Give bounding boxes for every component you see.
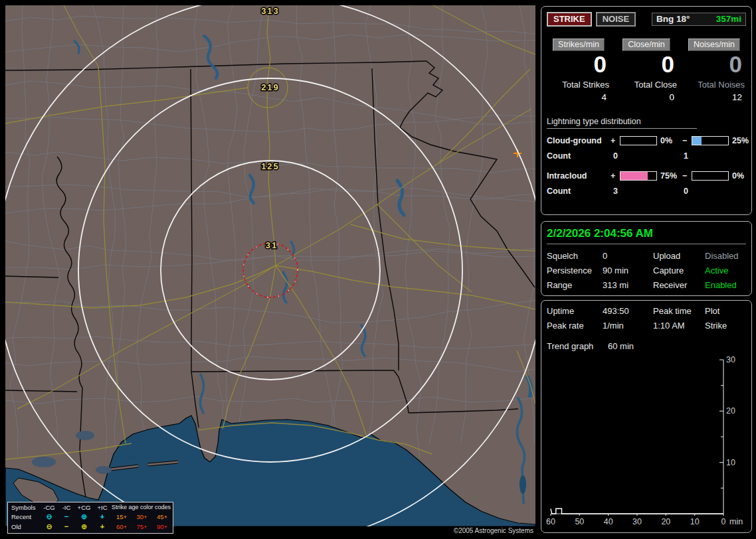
minus-sign: − <box>682 171 692 181</box>
distribution-title: Lightning type distribution <box>547 117 697 129</box>
minus-sign: − <box>682 136 692 145</box>
ic-positive-bar <box>620 171 657 181</box>
capture-value: Active <box>705 266 746 275</box>
persistence-value: 90 min <box>603 266 653 275</box>
pos-ic-old-icon: + <box>93 522 112 532</box>
legend-col-neg-cg: -CG <box>41 504 58 512</box>
cg-positive-pct: 0% <box>657 136 682 145</box>
svg-text:60: 60 <box>546 517 555 526</box>
svg-text:10: 10 <box>726 458 735 467</box>
bearing-distance: 357mi <box>716 14 741 24</box>
svg-text:0: 0 <box>721 517 726 526</box>
svg-text:30: 30 <box>726 356 735 364</box>
total-noises-value: 12 <box>682 92 746 102</box>
bearing-label: Bng 18° <box>656 14 690 24</box>
ic-positive-pct: 75% <box>657 171 682 181</box>
range-label: Range <box>547 280 603 290</box>
capture-label: Capture <box>653 266 705 275</box>
total-strikes-value: 4 <box>547 92 611 102</box>
noises-per-min-button[interactable]: Noises/min <box>688 38 740 51</box>
noise-mode-button[interactable]: NOISE <box>596 12 636 27</box>
close-counter: Close/min 0 Total Close 0 <box>614 38 678 102</box>
range-ring-label: 31 <box>266 240 278 250</box>
plus-sign: + <box>611 171 620 181</box>
svg-text:10: 10 <box>690 517 700 526</box>
neg-ic-old-icon: − <box>58 522 75 532</box>
ic-negative-bar <box>692 171 729 181</box>
intracloud-count-row: Count 3 0 <box>547 187 746 196</box>
plot-label: Plot <box>705 306 746 316</box>
range-ring-label: 313 <box>261 6 280 16</box>
counters-panel: STRIKE NOISE Bng 18° 357mi Strikes/min 0… <box>541 6 752 215</box>
cloud-ground-label: Cloud-ground <box>547 136 611 145</box>
lightning-distribution: Lightning type distribution Cloud-ground… <box>547 117 746 196</box>
legend-col-pos-cg: +CG <box>75 504 93 512</box>
total-noises-label: Total Noises <box>682 80 746 90</box>
trend-graph: 3020106050403020100min <box>541 356 753 531</box>
svg-text:30: 30 <box>632 517 642 526</box>
strikes-counter: Strikes/min 0 Total Strikes 4 <box>547 38 611 102</box>
age-code-75: 75+ <box>132 523 152 531</box>
receiver-value: Enabled <box>705 280 746 290</box>
ic-negative-pct: 0% <box>729 171 746 181</box>
cloud-ground-count-row: Count 0 1 <box>547 151 746 161</box>
status-panel: 2/2/2026 2:04:56 AM Squelch 0 Upload Dis… <box>541 221 752 296</box>
squelch-label: Squelch <box>547 251 603 261</box>
cg-negative-count: 1 <box>684 151 746 161</box>
map-svg: 313 219 125 31 <box>5 5 535 526</box>
cg-negative-pct: 25% <box>729 136 749 145</box>
peak-time-label: Peak time <box>653 306 705 316</box>
count-label: Count <box>547 187 613 196</box>
range-value: 313 mi <box>603 280 653 290</box>
range-ring-label: 125 <box>261 161 280 171</box>
neg-cg-recent-icon: ⊖ <box>41 512 58 522</box>
strike-mode-button[interactable]: STRIKE <box>547 12 592 27</box>
strikes-per-min-button[interactable]: Strikes/min <box>553 38 605 51</box>
trend-graph-label: Trend graph <box>547 341 608 351</box>
count-label: Count <box>547 151 613 161</box>
ic-negative-count: 0 <box>684 187 746 196</box>
bearing-display: Bng 18° 357mi <box>652 13 746 26</box>
svg-text:min: min <box>729 517 743 526</box>
legend-row-recent-label: Recent <box>11 513 41 521</box>
legend-row-old-label: Old <box>11 523 41 531</box>
close-per-min-button[interactable]: Close/min <box>622 38 670 51</box>
age-code-45: 45+ <box>152 513 172 521</box>
pos-cg-old-icon: ⊕ <box>75 522 93 532</box>
neg-cg-old-icon: ⊖ <box>41 522 58 532</box>
plot-mode-value: Strike <box>705 321 746 331</box>
close-per-min-value: 0 <box>614 52 678 77</box>
intracloud-label: Intracloud <box>547 171 611 181</box>
noises-per-min-value: 0 <box>682 52 746 77</box>
age-code-60: 60+ <box>112 523 132 531</box>
noises-counter: Noises/min 0 Total Noises 12 <box>682 38 746 102</box>
uptime-label: Uptime <box>547 306 603 316</box>
copyright-text: ©2005 Astrogenic Systems <box>454 527 533 534</box>
age-code-30: 30+ <box>132 513 152 521</box>
ic-positive-count: 3 <box>613 187 684 196</box>
legend-age-header: Strike age color codes <box>112 504 172 511</box>
squelch-value: 0 <box>603 251 653 261</box>
svg-text:20: 20 <box>661 517 670 526</box>
total-close-value: 0 <box>614 92 678 102</box>
map-legend: Symbols -CG -IC +CG +IC Strike age color… <box>7 502 173 534</box>
peak-time-value: 1:10 AM <box>653 321 705 331</box>
legend-col-neg-ic: -IC <box>58 504 75 512</box>
age-code-15: 15+ <box>112 513 132 521</box>
svg-text:50: 50 <box>575 517 584 526</box>
intracloud-row: Intracloud + 75% − 0% <box>547 171 746 181</box>
trend-line <box>551 508 723 514</box>
map-display[interactable]: 313 219 125 31 Symbols -CG -IC +CG +IC S… <box>5 5 535 534</box>
lightning-tracker-app: 313 219 125 31 Symbols -CG -IC +CG +IC S… <box>0 0 756 539</box>
datetime-display: 2/2/2026 2:04:56 AM <box>547 227 746 240</box>
pos-ic-recent-icon: + <box>93 512 112 522</box>
age-code-90: 90+ <box>152 523 172 531</box>
upload-label: Upload <box>653 251 705 261</box>
range-ring-label: 219 <box>261 82 280 92</box>
strikes-per-min-value: 0 <box>547 52 611 77</box>
svg-text:40: 40 <box>604 517 613 526</box>
cloud-ground-row: Cloud-ground + 0% − 25% <box>547 136 746 145</box>
peak-rate-label: Peak rate <box>547 321 603 331</box>
cg-positive-bar <box>620 136 657 145</box>
total-close-label: Total Close <box>614 80 678 90</box>
